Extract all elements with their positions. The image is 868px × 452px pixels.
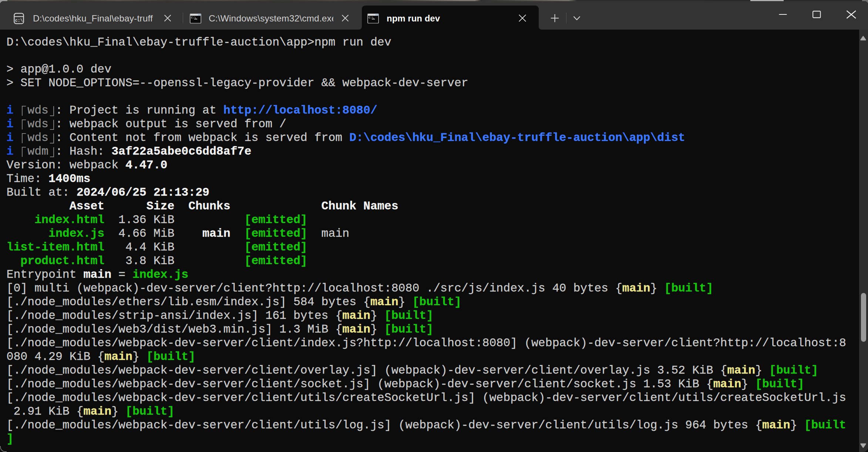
svg-text:c:\: c:\ [15,18,23,23]
